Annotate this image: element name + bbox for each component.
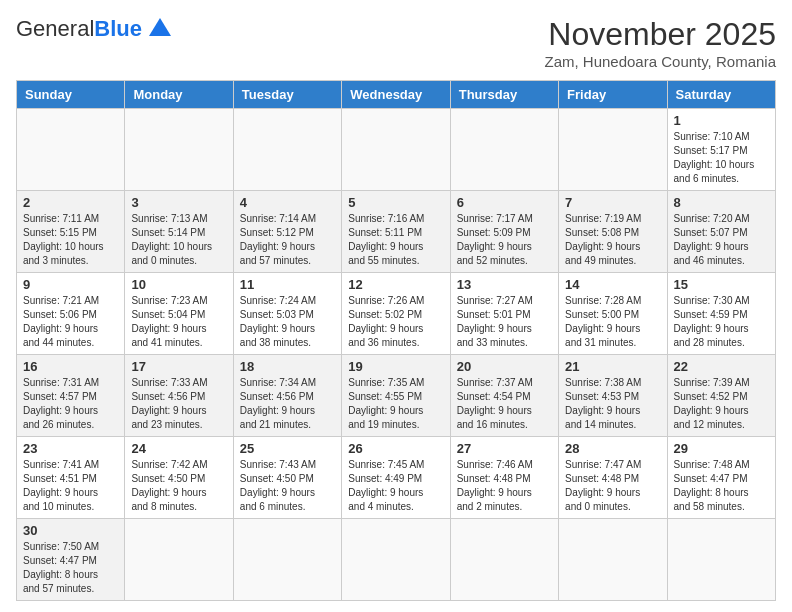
day-info: Sunrise: 7:11 AM Sunset: 5:15 PM Dayligh… <box>23 212 118 268</box>
day-info: Sunrise: 7:31 AM Sunset: 4:57 PM Dayligh… <box>23 376 118 432</box>
day-header-friday: Friday <box>559 81 667 109</box>
day-number: 15 <box>674 277 769 292</box>
calendar-cell <box>342 519 450 601</box>
day-info: Sunrise: 7:30 AM Sunset: 4:59 PM Dayligh… <box>674 294 769 350</box>
day-info: Sunrise: 7:26 AM Sunset: 5:02 PM Dayligh… <box>348 294 443 350</box>
day-header-saturday: Saturday <box>667 81 775 109</box>
calendar-cell: 17Sunrise: 7:33 AM Sunset: 4:56 PM Dayli… <box>125 355 233 437</box>
calendar-week-row: 1Sunrise: 7:10 AM Sunset: 5:17 PM Daylig… <box>17 109 776 191</box>
calendar-cell: 18Sunrise: 7:34 AM Sunset: 4:56 PM Dayli… <box>233 355 341 437</box>
calendar-cell: 9Sunrise: 7:21 AM Sunset: 5:06 PM Daylig… <box>17 273 125 355</box>
calendar-cell: 2Sunrise: 7:11 AM Sunset: 5:15 PM Daylig… <box>17 191 125 273</box>
logo: GeneralBlue <box>16 16 171 42</box>
day-number: 22 <box>674 359 769 374</box>
logo-text: GeneralBlue <box>16 16 142 42</box>
day-number: 20 <box>457 359 552 374</box>
calendar-week-row: 2Sunrise: 7:11 AM Sunset: 5:15 PM Daylig… <box>17 191 776 273</box>
day-number: 17 <box>131 359 226 374</box>
calendar-cell: 21Sunrise: 7:38 AM Sunset: 4:53 PM Dayli… <box>559 355 667 437</box>
logo-area: GeneralBlue <box>16 16 171 42</box>
title-area: November 2025 Zam, Hunedoara County, Rom… <box>544 16 776 70</box>
day-number: 11 <box>240 277 335 292</box>
day-info: Sunrise: 7:27 AM Sunset: 5:01 PM Dayligh… <box>457 294 552 350</box>
calendar-header-row: SundayMondayTuesdayWednesdayThursdayFrid… <box>17 81 776 109</box>
calendar-cell: 25Sunrise: 7:43 AM Sunset: 4:50 PM Dayli… <box>233 437 341 519</box>
calendar-cell: 15Sunrise: 7:30 AM Sunset: 4:59 PM Dayli… <box>667 273 775 355</box>
day-number: 26 <box>348 441 443 456</box>
day-header-monday: Monday <box>125 81 233 109</box>
day-number: 16 <box>23 359 118 374</box>
day-number: 14 <box>565 277 660 292</box>
calendar-cell: 8Sunrise: 7:20 AM Sunset: 5:07 PM Daylig… <box>667 191 775 273</box>
day-number: 30 <box>23 523 118 538</box>
day-info: Sunrise: 7:33 AM Sunset: 4:56 PM Dayligh… <box>131 376 226 432</box>
calendar-cell <box>125 109 233 191</box>
day-info: Sunrise: 7:50 AM Sunset: 4:47 PM Dayligh… <box>23 540 118 596</box>
calendar-cell: 19Sunrise: 7:35 AM Sunset: 4:55 PM Dayli… <box>342 355 450 437</box>
day-info: Sunrise: 7:28 AM Sunset: 5:00 PM Dayligh… <box>565 294 660 350</box>
general-text: General <box>16 16 94 41</box>
day-info: Sunrise: 7:20 AM Sunset: 5:07 PM Dayligh… <box>674 212 769 268</box>
calendar-cell: 1Sunrise: 7:10 AM Sunset: 5:17 PM Daylig… <box>667 109 775 191</box>
day-info: Sunrise: 7:47 AM Sunset: 4:48 PM Dayligh… <box>565 458 660 514</box>
calendar-cell: 22Sunrise: 7:39 AM Sunset: 4:52 PM Dayli… <box>667 355 775 437</box>
calendar-week-row: 9Sunrise: 7:21 AM Sunset: 5:06 PM Daylig… <box>17 273 776 355</box>
calendar-cell <box>559 109 667 191</box>
calendar-cell <box>667 519 775 601</box>
day-info: Sunrise: 7:23 AM Sunset: 5:04 PM Dayligh… <box>131 294 226 350</box>
calendar-cell: 13Sunrise: 7:27 AM Sunset: 5:01 PM Dayli… <box>450 273 558 355</box>
day-info: Sunrise: 7:10 AM Sunset: 5:17 PM Dayligh… <box>674 130 769 186</box>
logo-icon <box>149 16 171 42</box>
day-info: Sunrise: 7:39 AM Sunset: 4:52 PM Dayligh… <box>674 376 769 432</box>
calendar-cell <box>559 519 667 601</box>
day-number: 19 <box>348 359 443 374</box>
calendar-cell <box>450 109 558 191</box>
calendar-week-row: 16Sunrise: 7:31 AM Sunset: 4:57 PM Dayli… <box>17 355 776 437</box>
calendar-week-row: 23Sunrise: 7:41 AM Sunset: 4:51 PM Dayli… <box>17 437 776 519</box>
day-header-wednesday: Wednesday <box>342 81 450 109</box>
day-number: 13 <box>457 277 552 292</box>
day-number: 10 <box>131 277 226 292</box>
day-header-tuesday: Tuesday <box>233 81 341 109</box>
calendar-cell <box>17 109 125 191</box>
day-info: Sunrise: 7:13 AM Sunset: 5:14 PM Dayligh… <box>131 212 226 268</box>
calendar-cell: 29Sunrise: 7:48 AM Sunset: 4:47 PM Dayli… <box>667 437 775 519</box>
blue-text: Blue <box>94 16 142 41</box>
day-info: Sunrise: 7:17 AM Sunset: 5:09 PM Dayligh… <box>457 212 552 268</box>
calendar-cell: 10Sunrise: 7:23 AM Sunset: 5:04 PM Dayli… <box>125 273 233 355</box>
calendar-cell: 12Sunrise: 7:26 AM Sunset: 5:02 PM Dayli… <box>342 273 450 355</box>
day-number: 6 <box>457 195 552 210</box>
day-info: Sunrise: 7:14 AM Sunset: 5:12 PM Dayligh… <box>240 212 335 268</box>
calendar-cell: 11Sunrise: 7:24 AM Sunset: 5:03 PM Dayli… <box>233 273 341 355</box>
day-info: Sunrise: 7:21 AM Sunset: 5:06 PM Dayligh… <box>23 294 118 350</box>
calendar-cell: 3Sunrise: 7:13 AM Sunset: 5:14 PM Daylig… <box>125 191 233 273</box>
calendar-cell: 23Sunrise: 7:41 AM Sunset: 4:51 PM Dayli… <box>17 437 125 519</box>
day-info: Sunrise: 7:19 AM Sunset: 5:08 PM Dayligh… <box>565 212 660 268</box>
day-number: 21 <box>565 359 660 374</box>
day-number: 5 <box>348 195 443 210</box>
day-number: 29 <box>674 441 769 456</box>
day-info: Sunrise: 7:16 AM Sunset: 5:11 PM Dayligh… <box>348 212 443 268</box>
calendar-cell <box>233 519 341 601</box>
day-header-sunday: Sunday <box>17 81 125 109</box>
day-info: Sunrise: 7:41 AM Sunset: 4:51 PM Dayligh… <box>23 458 118 514</box>
calendar-cell: 16Sunrise: 7:31 AM Sunset: 4:57 PM Dayli… <box>17 355 125 437</box>
day-number: 3 <box>131 195 226 210</box>
day-info: Sunrise: 7:37 AM Sunset: 4:54 PM Dayligh… <box>457 376 552 432</box>
calendar-cell <box>450 519 558 601</box>
day-info: Sunrise: 7:45 AM Sunset: 4:49 PM Dayligh… <box>348 458 443 514</box>
calendar-cell: 24Sunrise: 7:42 AM Sunset: 4:50 PM Dayli… <box>125 437 233 519</box>
day-info: Sunrise: 7:24 AM Sunset: 5:03 PM Dayligh… <box>240 294 335 350</box>
day-info: Sunrise: 7:48 AM Sunset: 4:47 PM Dayligh… <box>674 458 769 514</box>
day-number: 7 <box>565 195 660 210</box>
day-number: 25 <box>240 441 335 456</box>
day-number: 12 <box>348 277 443 292</box>
day-info: Sunrise: 7:38 AM Sunset: 4:53 PM Dayligh… <box>565 376 660 432</box>
calendar-cell <box>233 109 341 191</box>
location-subtitle: Zam, Hunedoara County, Romania <box>544 53 776 70</box>
day-number: 9 <box>23 277 118 292</box>
calendar-week-row: 30Sunrise: 7:50 AM Sunset: 4:47 PM Dayli… <box>17 519 776 601</box>
day-number: 4 <box>240 195 335 210</box>
day-number: 2 <box>23 195 118 210</box>
day-number: 27 <box>457 441 552 456</box>
